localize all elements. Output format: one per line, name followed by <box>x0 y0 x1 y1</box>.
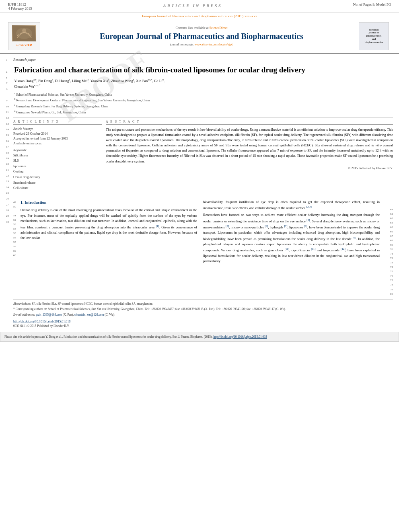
homepage-link[interactable]: www.elsevier.com/locate/ejpb <box>195 43 233 46</box>
email-wu-link[interactable]: chuanbin_wu@126.com <box>74 313 104 316</box>
email-xin-link[interactable]: pxin_1385@163.com <box>36 313 62 316</box>
body-right-linenums: 6162636465666768697071727374757677787980 <box>386 199 393 296</box>
svg-point-2 <box>22 29 26 33</box>
journal-logo-right: europeanjournal ofpharmaceuticsandbiopha… <box>359 22 391 50</box>
affil-d: d Guangzhou Neworld Pharm. Co, Ltd., Gua… <box>14 109 393 115</box>
intro-heading: 1. Introduction <box>21 199 197 206</box>
footnote-abbreviations: Abbreviations: SF, silk fibroin; SLs, SF… <box>13 302 393 306</box>
affil-b: b Research and Development Center of Pha… <box>14 97 393 103</box>
ref-12[interactable]: [12] <box>341 247 346 251</box>
keywords-section: Keywords: Silk fibroin SLS liposomes Coa… <box>13 148 102 191</box>
authors-line: Yixuan Donga,b, Pin Donga, Di Huanga, Li… <box>13 78 393 90</box>
keyword-7: Cell culture <box>13 185 102 191</box>
footnote-email: E-mail addresses: pxin_1385@163.com (X. … <box>13 312 393 317</box>
journal-logo-left: ELSEVIER <box>8 22 44 50</box>
intro-left-col: 1. Introduction Ocular drug delivery is … <box>21 199 197 296</box>
ref-6[interactable]: [6] <box>265 224 268 228</box>
author-ge: Ge Lid <box>154 79 164 83</box>
available-date: Available online xxxx <box>13 141 102 146</box>
citation-text: Please cite this article in press as: Y.… <box>4 335 213 339</box>
right-logo-box: europeanjournal ofpharmaceuticsandbiopha… <box>359 22 389 50</box>
main-area: 12§7891011121314151617181920212223242526… <box>0 54 399 328</box>
affil-a: a School of Pharmaceutical Sciences, Sun… <box>14 91 393 97</box>
affil-c: c Guangdong Research Center for Drug Del… <box>14 103 393 109</box>
author-zhouhua: Zhouhua Wanga <box>111 79 134 83</box>
doi-link[interactable]: http://dx.doi.org/10.1016/j.ejpb.2015.01… <box>13 320 70 323</box>
citation-bar: Please cite this article in press as: Y.… <box>0 332 399 342</box>
ref-9[interactable]: [9] <box>353 236 356 239</box>
citation-doi-link[interactable]: http://dx.doi.org/10.1016/j.ejpb.2015.01… <box>213 335 267 339</box>
keywords-label: Keywords: <box>13 148 102 152</box>
abstract-text: The unique structure and protective mech… <box>106 127 393 164</box>
intro-para-1: Ocular drug delivery is one of the most … <box>21 207 197 240</box>
revised-date: Accepted in revised form 22 January 2015 <box>13 136 102 141</box>
keyword-4: Coating <box>13 169 102 175</box>
author-di: Di Huanga <box>55 79 70 83</box>
abstract-label: A B S T R A C T <box>106 120 393 125</box>
author-xin: Xin Pana,c,* <box>136 79 152 83</box>
journal-header: ELSEVIER Contents lists available at Sci… <box>0 19 399 54</box>
top-header: EJPB 11812 4 February 2015 ARTICLE IN PR… <box>0 0 399 12</box>
ref-4[interactable]: [4] <box>306 218 310 222</box>
journal-title: European Journal of Pharmaceutics and Bi… <box>48 31 355 41</box>
paper-type-label: Research paper <box>13 58 393 62</box>
homepage-line: journal homepage: www.elsevier.com/locat… <box>48 43 355 46</box>
contents-line: Contents lists available at ScienceDirec… <box>48 26 355 30</box>
journal-image <box>12 25 36 41</box>
body-with-linenums: 495051525354555657585960 1. Introduction… <box>13 199 393 296</box>
paper-title: Fabrication and characterization of silk… <box>13 65 393 75</box>
keyword-6: Sustained release <box>13 180 102 186</box>
journal-id-block: EJPB 11812 4 February 2015 <box>8 2 32 10</box>
intro-two-col: 1. Introduction Ocular drug delivery is … <box>21 199 393 296</box>
ref-5[interactable]: [5] <box>226 224 229 228</box>
ref-8[interactable]: [8] <box>304 224 307 228</box>
ref-10[interactable]: [10] <box>285 247 290 251</box>
footnotes: Abbreviations: SF, silk fibroin; SLs, SF… <box>13 300 393 317</box>
abstract-col: A B S T R A C T The unique structure and… <box>106 120 393 193</box>
journal-center: Contents lists available at ScienceDirec… <box>44 26 359 46</box>
intro-right-col: bioavailability, frequent instillation o… <box>203 199 380 296</box>
author-yaowen: Yaowen Xiaa <box>90 79 109 83</box>
pages-model: No. of Pages 9, Model 5G <box>353 2 391 6</box>
doi-area: http://dx.doi.org/10.1016/j.ejpb.2015.01… <box>13 320 393 328</box>
elsevier-brand: ELSEVIER <box>16 43 32 47</box>
keyword-1: Silk fibroin <box>13 153 102 158</box>
article-history: Article history: Received 28 October 201… <box>13 127 102 146</box>
pub-date: 4 February 2015 <box>8 6 32 10</box>
keywords-list: Silk fibroin SLS liposomes Coating Ocula… <box>13 153 102 191</box>
keyword-2: SLS <box>13 158 102 164</box>
affiliations-block: a School of Pharmaceutical Sciences, Sun… <box>13 91 393 115</box>
author-yixuan: Yixuan Donga,b <box>14 79 36 83</box>
body-section: 495051525354555657585960 1. Introduction… <box>13 199 393 296</box>
ref-2[interactable]: [2,3] <box>306 205 311 208</box>
keyword-5: Ocular drug delivery <box>13 175 102 180</box>
footnote-corresponding: * Corresponding authors at: School of Ph… <box>13 307 393 312</box>
ref-11[interactable]: [11] <box>311 247 315 251</box>
article-info-label: A R T I C L E I N F O <box>13 120 102 125</box>
author-liling: Liling Meia <box>72 79 88 83</box>
author-chuanbin: Chuanbin Wua,b,c,* <box>14 84 41 88</box>
received-date: Received 28 October 2014 <box>13 131 102 136</box>
ref-1[interactable]: [1] <box>156 224 159 228</box>
info-abstract-section: A R T I C L E I N F O Article history: R… <box>13 120 393 193</box>
copyright: © 2015 Published by Elsevier B.V. <box>106 166 393 170</box>
watermark-container: PROOF Research paper Fabrication and cha… <box>13 58 393 328</box>
journal-full-ref: European Journal of Pharmaceutics and Bi… <box>0 12 399 19</box>
intro-para-2: bioavailability, frequent instillation o… <box>203 199 380 211</box>
history-label: Article history: <box>13 127 102 131</box>
body-left-linenums: 495051525354555657585960 <box>13 199 21 296</box>
journal-id: EJPB 11812 <box>8 2 32 6</box>
left-line-numbers: 12§7891011121314151617181920212223242526… <box>6 54 13 328</box>
ref-7[interactable]: [7] <box>284 224 288 228</box>
keyword-3: liposomes <box>13 164 102 169</box>
issn: 0939-641 l/© 2015 Published by Elsevier … <box>13 324 393 328</box>
author-pin: Pin Donga <box>38 79 53 83</box>
intro-para-3: Researchers have focused on two ways to … <box>203 212 380 264</box>
article-in-press-label: ARTICLE IN PRESS <box>163 3 222 8</box>
paper-content: PROOF Research paper Fabrication and cha… <box>13 54 393 328</box>
elsevier-logo-box: ELSEVIER <box>8 22 40 50</box>
article-info-col: A R T I C L E I N F O Article history: R… <box>13 120 102 193</box>
page: EJPB 11812 4 February 2015 ARTICLE IN PR… <box>0 0 399 342</box>
sciencedirect-link[interactable]: ScienceDirect <box>210 26 228 30</box>
